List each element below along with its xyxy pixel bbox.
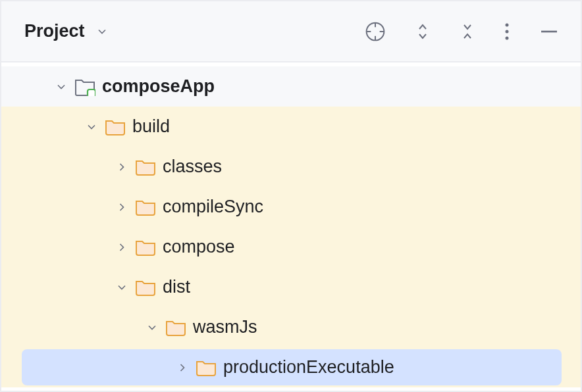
svg-point-7 xyxy=(506,36,509,39)
chevron-down-icon[interactable] xyxy=(95,25,109,38)
tree-row-compileSync[interactable]: compileSync xyxy=(1,187,581,227)
tree-label: classes xyxy=(163,157,222,177)
chevron-down-icon[interactable] xyxy=(146,321,159,334)
select-opened-file-icon[interactable] xyxy=(365,21,386,42)
folder-icon xyxy=(135,278,156,297)
tree-row-productionExecutable[interactable]: productionExecutable xyxy=(1,347,581,387)
tree-row-dist[interactable]: dist xyxy=(1,267,581,307)
header-actions xyxy=(365,21,560,42)
chevron-right-icon[interactable] xyxy=(115,241,128,254)
chevron-down-icon[interactable] xyxy=(85,120,98,134)
tree-row-classes[interactable]: classes xyxy=(1,147,581,187)
chevron-down-icon[interactable] xyxy=(115,281,128,294)
project-view-selector[interactable]: Project xyxy=(24,21,85,41)
expand-all-icon[interactable] xyxy=(415,22,431,41)
tree-label: build xyxy=(132,116,170,137)
folder-icon xyxy=(135,158,156,176)
project-tree: composeApp build classes xyxy=(1,62,581,387)
tree-row-wasmJs[interactable]: wasmJs xyxy=(1,307,581,347)
folder-icon xyxy=(105,118,126,136)
tree-label: wasmJs xyxy=(193,317,257,337)
project-header: Project xyxy=(1,1,581,62)
tree-row-compose[interactable]: compose xyxy=(1,227,581,267)
project-tool-window: Project xyxy=(0,0,582,392)
svg-point-6 xyxy=(506,30,509,33)
folder-icon xyxy=(135,238,156,257)
folder-icon xyxy=(165,318,186,337)
tree-label: dist xyxy=(163,277,190,297)
chevron-down-icon[interactable] xyxy=(55,80,68,93)
chevron-right-icon[interactable] xyxy=(115,160,128,174)
module-folder-icon xyxy=(74,78,95,96)
chevron-right-icon[interactable] xyxy=(115,201,128,214)
more-options-icon[interactable] xyxy=(504,22,510,41)
tree-label: compose xyxy=(163,237,235,257)
tree-label: composeApp xyxy=(102,76,215,97)
svg-rect-9 xyxy=(88,89,95,96)
hide-panel-icon[interactable] xyxy=(539,21,560,42)
folder-icon xyxy=(196,358,217,377)
collapse-all-icon[interactable] xyxy=(460,22,475,41)
tree-label: compileSync xyxy=(163,197,263,217)
chevron-right-icon[interactable] xyxy=(176,361,189,374)
svg-point-5 xyxy=(506,23,509,26)
tree-row-composeApp[interactable]: composeApp xyxy=(1,66,581,107)
tree-row-build[interactable]: build xyxy=(1,107,581,147)
tree-label: productionExecutable xyxy=(223,357,394,378)
folder-icon xyxy=(135,198,156,216)
